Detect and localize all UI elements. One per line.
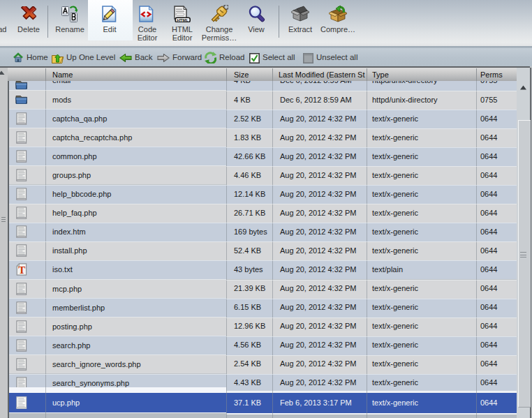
svg-text:HTML: HTML xyxy=(177,17,189,22)
svg-text:T: T xyxy=(18,264,25,276)
